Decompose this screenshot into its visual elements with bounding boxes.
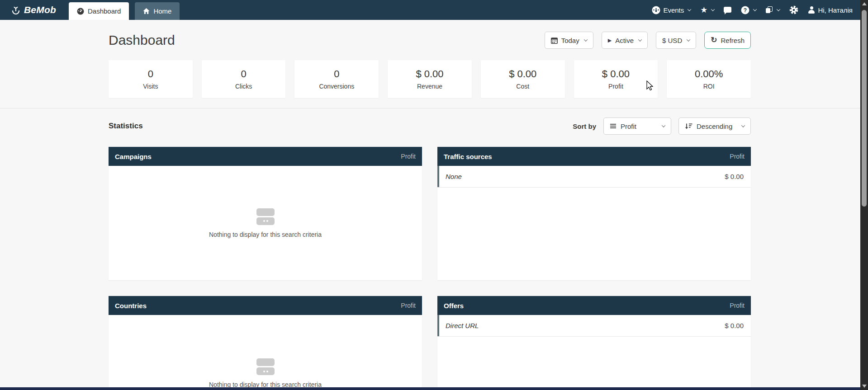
row-value: $ 0.00	[725, 322, 744, 329]
pages-menu[interactable]	[766, 6, 780, 14]
user-menu[interactable]: Hi, Наталія	[808, 6, 853, 14]
events-menu[interactable]: Events	[652, 6, 691, 14]
vertical-scrollbar[interactable]	[860, 0, 868, 390]
status-filter-button[interactable]: ▶ Active	[602, 32, 648, 49]
panel-metric-label: Profit	[730, 302, 745, 309]
feedback-button[interactable]	[724, 8, 731, 13]
tab-label: Home	[153, 7, 171, 15]
stat-cards-row: 0 Visits 0 Clicks 0 Conversions $ 0.00 R…	[109, 60, 751, 98]
offers-panel: Offers Profit Direct URL $ 0.00	[437, 296, 751, 390]
tab-label: Dashboard	[88, 7, 121, 15]
date-filter-button[interactable]: Today	[545, 32, 593, 49]
stat-card-revenue: $ 0.00 Revenue	[388, 60, 472, 98]
campaigns-panel-header: Campaigns Profit	[109, 147, 422, 166]
calendar-icon	[551, 37, 558, 44]
stat-card-profit: $ 0.00 Profit	[574, 60, 658, 98]
refresh-label: Refresh	[721, 37, 745, 44]
top-navbar: BeMob Dashboard Home	[0, 0, 868, 20]
rank-bar	[437, 315, 439, 336]
campaigns-panel-body: Nothing to display for this search crite…	[109, 166, 422, 280]
empty-state: Nothing to display for this search crite…	[109, 166, 422, 280]
status-filter-value: Active	[615, 37, 634, 44]
stat-label: Profit	[608, 83, 623, 90]
stat-value: 0.00%	[695, 68, 723, 80]
list-lines-icon	[610, 123, 617, 129]
scrollbar-down-arrow-icon[interactable]	[862, 385, 867, 388]
home-icon	[143, 8, 150, 14]
countries-panel: Countries Profit Nothing to display for …	[109, 296, 422, 390]
table-row[interactable]: None $ 0.00	[437, 166, 751, 188]
chevron-down-icon	[662, 123, 665, 127]
refresh-button[interactable]: ↻ Refresh	[704, 32, 751, 49]
user-icon	[808, 6, 815, 14]
gear-icon	[789, 5, 798, 14]
star-icon: ★	[700, 6, 707, 14]
filter-controls: Today ▶ Active $ USD ↻ Refresh	[545, 32, 751, 49]
stat-card-visits: 0 Visits	[109, 60, 193, 98]
countries-panel-body: Nothing to display for this search crite…	[109, 315, 422, 390]
chat-icon	[724, 7, 731, 13]
stat-value: $ 0.00	[509, 68, 536, 80]
copy-icon	[766, 6, 773, 14]
table-row[interactable]: Direct URL $ 0.00	[437, 315, 751, 337]
sort-descending-icon	[685, 123, 693, 130]
offers-panel-body: Direct URL $ 0.00	[437, 315, 751, 390]
chevron-down-icon	[583, 38, 587, 41]
stat-label: Visits	[143, 83, 158, 90]
currency-filter-button[interactable]: $ USD	[656, 32, 696, 49]
events-label: Events	[663, 6, 684, 14]
statistics-heading: Statistics	[109, 122, 143, 131]
empty-state-text: Nothing to display for this search crite…	[209, 231, 322, 238]
stat-value: $ 0.00	[416, 68, 443, 80]
empty-data-icon	[256, 208, 275, 225]
row-name: Direct URL	[446, 322, 479, 329]
brand-name: BeMob	[24, 5, 56, 15]
sort-direction-value: Descending	[697, 122, 732, 130]
chevron-down-icon	[687, 38, 690, 41]
sort-direction-select[interactable]: Descending	[678, 117, 751, 135]
settings-button[interactable]	[789, 5, 798, 14]
favorites-menu[interactable]: ★	[700, 6, 714, 14]
tab-dashboard[interactable]: Dashboard	[69, 2, 129, 20]
chevron-down-icon	[711, 7, 715, 11]
sort-field-select[interactable]: Profit	[603, 117, 671, 135]
bemob-logo[interactable]: BeMob	[0, 0, 56, 20]
stat-label: Revenue	[417, 83, 442, 90]
scrollbar-thumb[interactable]	[862, 10, 867, 207]
app-root: BeMob Dashboard Home	[0, 0, 868, 390]
stat-label: ROI	[703, 83, 715, 90]
row-name: None	[446, 173, 462, 180]
tab-home[interactable]: Home	[135, 2, 180, 20]
traffic-sources-panel-body: None $ 0.00	[437, 166, 751, 280]
stat-label: Cost	[516, 83, 529, 90]
panel-title: Countries	[115, 302, 147, 310]
offers-panel-header: Offers Profit	[437, 296, 751, 315]
traffic-sources-panel: Traffic sources Profit None $ 0.00	[437, 147, 751, 280]
panel-title: Offers	[444, 302, 464, 310]
row-value: $ 0.00	[725, 173, 744, 180]
sort-controls: Sort by Profit Descending	[573, 117, 751, 135]
stat-card-conversions: 0 Conversions	[294, 60, 379, 98]
stat-value: $ 0.00	[602, 68, 630, 80]
stat-label: Clicks	[235, 83, 252, 90]
svg-text:?: ?	[744, 7, 747, 13]
panel-title: Campaigns	[115, 153, 152, 160]
scrollbar-up-arrow-icon[interactable]	[862, 2, 867, 5]
help-menu[interactable]: ?	[741, 6, 756, 14]
sort-by-label: Sort by	[573, 122, 596, 130]
help-icon: ?	[741, 6, 749, 14]
stat-card-cost: $ 0.00 Cost	[481, 60, 565, 98]
statistics-panels-grid: Campaigns Profit Nothing to display for …	[109, 147, 751, 390]
page-title: Dashboard	[109, 33, 175, 48]
stat-value: 0	[334, 68, 339, 80]
events-gauge-icon	[652, 6, 660, 14]
user-greeting: Hi, Наталія	[818, 6, 853, 14]
rank-bar	[437, 166, 439, 187]
empty-state: Nothing to display for this search crite…	[109, 315, 422, 390]
navbar-right: Events ★ ?	[652, 0, 868, 20]
bottom-edge-strip	[0, 387, 860, 390]
panel-title: Traffic sources	[444, 153, 492, 160]
play-icon: ▶	[608, 38, 612, 43]
sort-field-value: Profit	[621, 122, 636, 130]
countries-panel-header: Countries Profit	[109, 296, 422, 315]
